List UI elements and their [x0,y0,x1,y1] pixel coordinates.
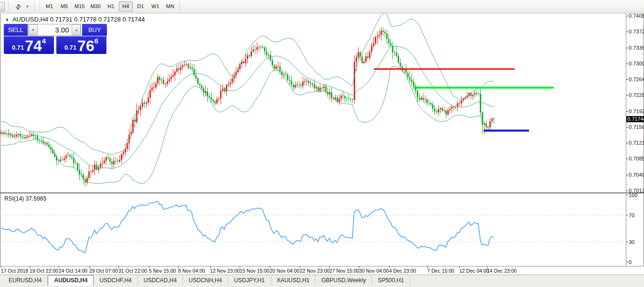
one-click-toggle-icon[interactable]: ▲ [5,17,9,21]
price-axis-tick [626,79,628,80]
buy-price-prefix: 0.71 [64,44,76,51]
tab-eurusd-h4[interactable]: EURUSD,H4 [3,276,48,285]
price-axis-tick [626,32,628,32]
timeframe-m5[interactable]: M5 [57,1,71,11]
rsi-indicator-label: RSI(14) 37.5965 [4,195,46,202]
timeframe-d1[interactable]: D1 [134,1,148,11]
price-tick-label: 0.72640 [629,76,644,82]
toolbar-separator [179,1,180,12]
time-tick-label: 12 Dec 04:00 [459,268,489,274]
time-tick-label: 15 Nov 15:00 [240,268,269,274]
sell-price-box[interactable]: 0.71 74 4 [4,36,54,54]
buy-button[interactable]: BUY [82,24,107,36]
time-tick-label: 22 Nov 23:00 [300,268,329,274]
tab-audusd-h4[interactable]: AUDUSD,H4 [48,275,94,286]
one-click-trading-panel: SELL ▼ ▲ BUY 0.71 74 4 0.71 76 6 [4,24,107,54]
rsi-tick-label: 30 [629,239,634,245]
timeframe-m30[interactable]: M30 [88,1,103,11]
price-axis-tick [626,95,628,96]
time-tick-label: 7 Dec 15:00 [427,268,454,274]
chart-tabbar: EURUSD,H4 AUDUSD,H4 USDCHF,H4 USDCAD,H4 … [0,275,644,287]
rsi-axis-tick [626,195,628,195]
tab-usdcad-h4[interactable]: USDCAD,H4 [138,276,183,285]
price-tick-label: 0.70490 [629,172,644,178]
chart-symbol: AUDUSD,H4 [12,16,48,23]
time-tick-label: 14 Dec 23:00 [487,268,517,274]
price-tick-label: 0.74080 [629,13,644,19]
rsi-tick-label: 100 [629,192,637,198]
time-tick-label: 5 Nov 15:00 [149,268,176,274]
timeframe-m15[interactable]: M15 [72,1,87,11]
timeframe-m1[interactable]: M1 [42,1,56,11]
rsi-tick-label: 0 [629,259,632,265]
toolbar-separator [40,1,40,12]
price-axis-tick [626,127,628,128]
price-axis-tick [626,64,628,64]
tab-usdcnh-h4[interactable]: USDCNH,H4 [183,276,228,285]
one-click-price-row: 0.71 74 4 0.71 76 6 [4,36,106,54]
rsi-canvas[interactable] [0,193,626,266]
time-tick-label: 30 Nov 04:00 [359,268,389,274]
price-tick-label: 0.73000 [629,61,644,66]
buy-price-big: 76 [77,39,95,53]
tab-gbpusd-weekly[interactable]: GBPUSD,Weekly [316,276,372,285]
price-axis-tick [626,175,628,175]
price-axis-tick [626,191,628,191]
dropdown-caret-icon[interactable]: ▼ [24,1,31,12]
time-tick-label: 19 Oct 22:00 [30,268,58,274]
one-click-top-row: SELL ▼ ▲ BUY [4,24,107,36]
tab-sp500-h1[interactable]: SP500,H1 [372,276,410,285]
chart-ohlc-line: ▲AUDUSD,H4 0.71731 0.71778 0.71728 0.717… [5,16,145,23]
timeframe-mn[interactable]: MN [163,1,177,11]
price-tick-label: 0.73360 [629,45,644,51]
time-tick-label: 12 Nov 23:00 [210,268,240,274]
clipped-icon[interactable] [0,2,5,11]
timeframe-w1[interactable]: W1 [148,1,162,11]
price-tick-label: 0.73720 [629,29,644,34]
volume-control: ▼ ▲ [28,24,82,36]
arrange-windows-icon[interactable]: ⇄ [12,1,24,12]
time-tick-label: 29 Oct 07:00 [89,268,118,274]
buy-price-box[interactable]: 0.71 76 6 [56,36,106,54]
tab-xauusd-h1[interactable]: XAUUSD,H1 [271,276,316,285]
timeframe-h4[interactable]: H4 [119,1,133,11]
volume-up-button[interactable]: ▲ [72,24,81,35]
price-axis-tick [626,111,628,112]
ohlc-low: 0.71728 [98,16,121,23]
price-tick-label: 0.71920 [629,108,644,114]
mt4-window: ⇄ ▼ M1 M5 M15 M30 H1 H4 D1 W1 MN ▲AUDUSD… [0,0,644,287]
time-tick-label: 27 Nov 15:00 [329,268,359,274]
price-tick-label: 0.71210 [629,140,644,146]
price-axis-tick [626,16,628,16]
price-tick-label: 0.72280 [629,92,644,98]
buy-price-pip: 6 [95,37,98,45]
price-axis-tick [626,143,628,143]
volume-down-button[interactable]: ▼ [29,24,38,35]
tab-usdchf-h4[interactable]: USDCHF,H4 [94,276,137,285]
time-tick-label: 31 Oct 22:00 [118,268,147,274]
ohlc-high: 0.71778 [74,16,96,23]
time-tick-label: 17 Oct 2018 [1,268,28,274]
time-tick-label: 20 Nov 04:00 [270,268,299,274]
price-axis-tick [626,48,628,48]
ohlc-open: 0.71731 [50,16,73,23]
toolbar: ⇄ ▼ M1 M5 M15 M30 H1 H4 D1 W1 MN [0,0,644,13]
sell-price-prefix: 0.71 [12,44,24,51]
ohlc-close: 0.71744 [123,16,145,23]
price-tick-label: 0.70850 [629,156,644,161]
time-tick-label: 24 Oct 14:00 [59,268,87,274]
price-axis-border [626,13,626,275]
sell-price-big: 74 [25,39,42,53]
drag-grip [8,2,10,11]
rsi-axis-tick [626,262,628,262]
timeframe-h1[interactable]: H1 [104,1,118,11]
drag-grip [34,2,35,11]
volume-input[interactable] [38,24,72,35]
time-tick-label: 4 Dec 23:00 [389,268,416,274]
rsi-axis-tick [626,215,628,215]
sell-price-pip: 4 [42,37,46,45]
rsi-axis-tick [626,242,628,242]
sell-button[interactable]: SELL [4,24,28,36]
tab-usdjpy-h1[interactable]: USDJPY,H1 [228,276,271,285]
rsi-tick-label: 70 [629,213,634,218]
